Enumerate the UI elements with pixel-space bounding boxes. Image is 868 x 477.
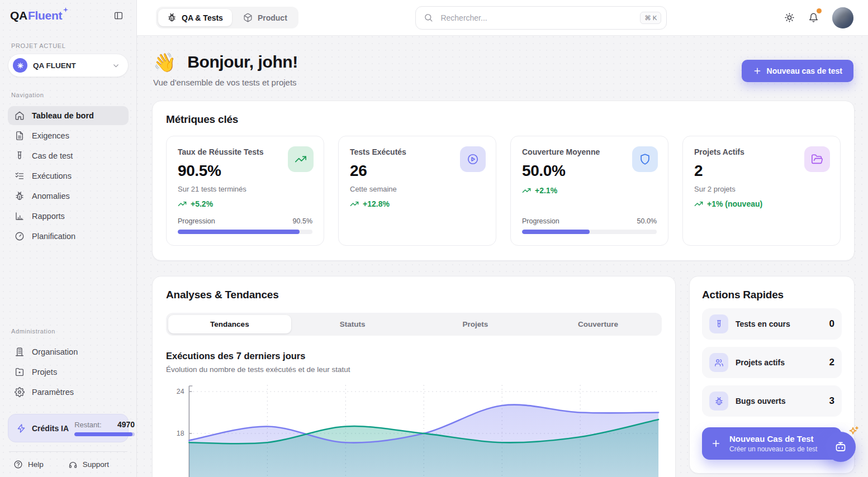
sidebar-item-projets[interactable]: Projets xyxy=(8,362,129,381)
credits-remaining-label: Restant: xyxy=(74,421,101,429)
trending-up-icon xyxy=(178,199,187,208)
credits-progress-bar xyxy=(74,432,135,436)
tab-product[interactable]: Product xyxy=(234,9,296,26)
sidebar-collapse-button[interactable] xyxy=(111,8,126,23)
tab-couverture[interactable]: Couverture xyxy=(537,315,660,333)
theme-toggle-button[interactable] xyxy=(784,12,795,23)
analytics-section: Analyses & Tendances Tendances Statuts P… xyxy=(152,276,676,477)
circle-play-icon xyxy=(460,146,486,172)
quick-action-value: 2 xyxy=(829,357,834,368)
wave-emoji: 👋 xyxy=(153,53,176,71)
sidebar-item-label: Cas de test xyxy=(32,151,73,160)
key-metrics-title: Métriques clés xyxy=(166,113,841,126)
compass-icon xyxy=(15,231,25,241)
sidebar-item-planification[interactable]: Planification xyxy=(8,227,129,246)
sparkles-icon xyxy=(847,425,860,437)
chart-title: Exécutions des 7 derniers jours xyxy=(166,351,662,361)
key-metrics-section: Métriques clés Taux de Réussite Tests 90… xyxy=(152,101,855,261)
project-avatar-icon xyxy=(13,58,27,73)
new-test-case-button[interactable]: Nouveau cas de test xyxy=(742,60,853,82)
ai-assistant-button[interactable] xyxy=(826,432,856,462)
progress-value: 50.0% xyxy=(637,217,657,225)
project-selector[interactable]: QA FLUENT xyxy=(8,54,129,77)
logo-text-qa: QA xyxy=(10,9,27,22)
list-checks-icon xyxy=(15,171,25,181)
app-logo: QAFluent xyxy=(10,9,69,22)
shortcut-mod: ⌘ xyxy=(644,14,651,22)
quick-action-value: 0 xyxy=(829,318,834,330)
ai-credits-label: Crédits IA xyxy=(32,424,69,433)
sidebar-item-label: Planification xyxy=(32,232,75,241)
test-tube-icon xyxy=(15,151,25,161)
credits-remaining-value: 4970 xyxy=(117,420,135,429)
tab-tendances[interactable]: Tendances xyxy=(168,315,291,333)
current-project-label: PROJET ACTUEL xyxy=(11,42,125,49)
administration-section-label: Administration xyxy=(11,328,125,335)
metric-caption: Cette semaine xyxy=(350,185,485,193)
logo-sparkle-icon xyxy=(63,7,69,13)
topbar: QA & Tests Product ⌘ K xyxy=(137,0,868,36)
analytics-title: Analyses & Tendances xyxy=(166,289,662,301)
sidebar-item-label: Rapports xyxy=(32,212,65,221)
test-tube-icon xyxy=(709,314,728,333)
sidebar-item-label: Organisation xyxy=(32,347,78,356)
users-icon xyxy=(709,353,728,372)
metric-card-active-projects: Projets Actifs 2 Sur 2 projets +1% (nouv… xyxy=(682,136,841,246)
building-icon xyxy=(15,347,25,357)
metric-trend: +12.8% xyxy=(363,199,390,208)
sidebar: QAFluent PROJET ACTUEL QA FLUENT Navigat… xyxy=(0,0,137,477)
metric-trend: +2.1% xyxy=(535,186,557,195)
sidebar-item-anomalies[interactable]: Anomalies xyxy=(8,187,129,206)
ai-credits-card[interactable]: Crédits IA Restant: 4970 xyxy=(8,414,129,442)
plus-icon xyxy=(753,66,762,75)
sidebar-item-label: Exécutions xyxy=(32,171,72,180)
trending-up-icon xyxy=(350,199,359,208)
logo-text-fluent: Fluent xyxy=(28,9,62,22)
tab-projets[interactable]: Projets xyxy=(414,315,537,333)
sidebar-item-executions[interactable]: Exécutions xyxy=(8,166,129,185)
notification-dot xyxy=(817,8,822,13)
page-subtitle: Vue d'ensemble de vos tests et projets xyxy=(153,78,742,87)
sidebar-item-exigences[interactable]: Exigences xyxy=(8,126,129,145)
sidebar-item-rapports[interactable]: Rapports xyxy=(8,207,129,226)
progress-label: Progression xyxy=(522,217,559,225)
notifications-button[interactable] xyxy=(808,12,819,23)
new-test-case-cta[interactable]: Nouveau Cas de Test Créer un nouveau cas… xyxy=(702,427,842,460)
progress-label: Progression xyxy=(178,217,215,225)
chart-subtitle: Évolution du nombre de tests exécutés et… xyxy=(166,365,662,374)
search-input[interactable] xyxy=(439,13,634,23)
sidebar-item-tableau-de-bord[interactable]: Tableau de bord xyxy=(8,106,129,125)
support-link[interactable]: Support xyxy=(68,460,109,469)
sidebar-nav: Tableau de bord Exigences Cas de test Ex… xyxy=(8,106,129,246)
plus-icon xyxy=(711,438,721,449)
user-avatar[interactable] xyxy=(832,7,853,28)
help-link[interactable]: Help xyxy=(13,460,44,469)
sidebar-item-parametres[interactable]: Paramètres xyxy=(8,383,129,402)
main-area: QA & Tests Product ⌘ K xyxy=(137,0,868,477)
metric-card-coverage: Couverture Moyenne 50.0% +2.1% Progressi… xyxy=(510,136,668,246)
sidebar-item-organisation[interactable]: Organisation xyxy=(8,342,129,361)
help-circle-icon xyxy=(13,460,23,469)
folder-open-icon xyxy=(804,146,830,172)
tab-statuts[interactable]: Statuts xyxy=(291,315,414,333)
tab-label: Product xyxy=(258,13,287,22)
project-name: QA FLUENT xyxy=(33,61,106,70)
ai-assistant-icon xyxy=(834,440,847,454)
progress-bar xyxy=(522,230,657,234)
gear-icon xyxy=(15,387,25,397)
zap-icon xyxy=(16,423,26,433)
help-label: Help xyxy=(28,460,44,469)
chevron-down-icon xyxy=(112,61,120,70)
global-search[interactable]: ⌘ K xyxy=(415,6,667,30)
sidebar-item-cas-de-test[interactable]: Cas de test xyxy=(8,146,129,165)
trending-up-icon xyxy=(694,199,703,208)
bell-icon xyxy=(808,12,819,23)
sidebar-footer: Help Support xyxy=(8,454,129,471)
quick-action-projets-actifs[interactable]: Projets actifs 2 xyxy=(702,347,842,378)
quick-action-bugs-ouverts[interactable]: Bugs ouverts 3 xyxy=(702,385,842,417)
tab-qa-tests[interactable]: QA & Tests xyxy=(158,9,232,26)
progress-value: 90.5% xyxy=(293,217,312,225)
package-icon xyxy=(243,13,253,22)
quick-action-tests-en-cours[interactable]: Tests en cours 0 xyxy=(702,308,842,340)
dashboard-content: 👋 Bonjour, john! Vue d'ensemble de vos t… xyxy=(137,36,868,477)
